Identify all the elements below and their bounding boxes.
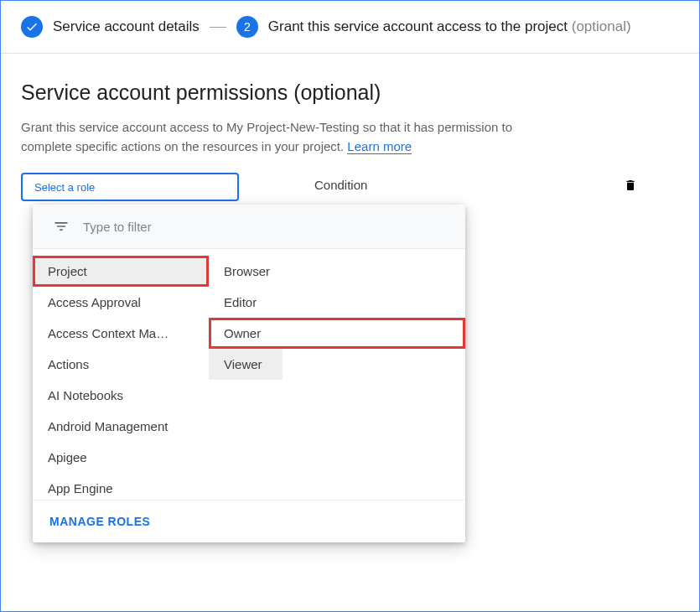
page-title: Service account permissions (optional) xyxy=(21,80,679,105)
role-dropdown-panel: Project Access Approval Access Context M… xyxy=(33,205,465,542)
category-actions[interactable]: Actions xyxy=(33,349,209,380)
page-description: Grant this service account access to My … xyxy=(21,118,524,156)
learn-more-link[interactable]: Learn more xyxy=(347,139,412,154)
category-access-context[interactable]: Access Context Ma… xyxy=(33,318,209,349)
select-role-dropdown[interactable]: Select a role xyxy=(21,173,239,201)
role-condition-row: Select a role Condition xyxy=(21,173,679,201)
filter-input[interactable] xyxy=(83,220,449,234)
dropdown-footer: MANAGE ROLES xyxy=(33,500,465,542)
role-browser[interactable]: Browser xyxy=(209,256,465,287)
category-access-approval[interactable]: Access Approval xyxy=(33,287,209,318)
manage-roles-button[interactable]: MANAGE ROLES xyxy=(49,515,150,528)
step2-optional: (optional) xyxy=(572,18,631,34)
step1-label[interactable]: Service account details xyxy=(53,18,200,35)
step2-text: Grant this service account access to the… xyxy=(268,18,568,34)
category-apigee[interactable]: Apigee xyxy=(33,442,209,473)
category-app-engine[interactable]: App Engine xyxy=(33,473,209,500)
category-ai-notebooks[interactable]: AI Notebooks xyxy=(33,380,209,411)
stepper-header: Service account details 2 Grant this ser… xyxy=(1,1,699,54)
step1-check-icon xyxy=(21,16,43,38)
category-android-management[interactable]: Android Management xyxy=(33,411,209,442)
step2-label[interactable]: Grant this service account access to the… xyxy=(268,18,631,35)
category-project[interactable]: Project xyxy=(33,256,209,287)
filter-icon xyxy=(53,218,70,235)
trash-icon[interactable] xyxy=(624,178,637,197)
step-divider xyxy=(210,27,226,28)
categories-column[interactable]: Project Access Approval Access Context M… xyxy=(33,249,209,500)
role-viewer[interactable]: Viewer xyxy=(209,349,283,380)
role-editor[interactable]: Editor xyxy=(209,287,465,318)
desc-text: Grant this service account access to My … xyxy=(21,120,512,153)
condition-label: Condition xyxy=(314,173,367,192)
filter-row xyxy=(33,205,465,248)
step2-number-icon: 2 xyxy=(236,16,258,38)
dropdown-body: Project Access Approval Access Context M… xyxy=(33,248,465,500)
roles-column: Browser Editor Owner Viewer xyxy=(209,249,465,500)
select-role-label: Select a role xyxy=(34,181,95,194)
role-owner[interactable]: Owner xyxy=(209,318,465,349)
main-content: Service account permissions (optional) G… xyxy=(1,54,699,228)
